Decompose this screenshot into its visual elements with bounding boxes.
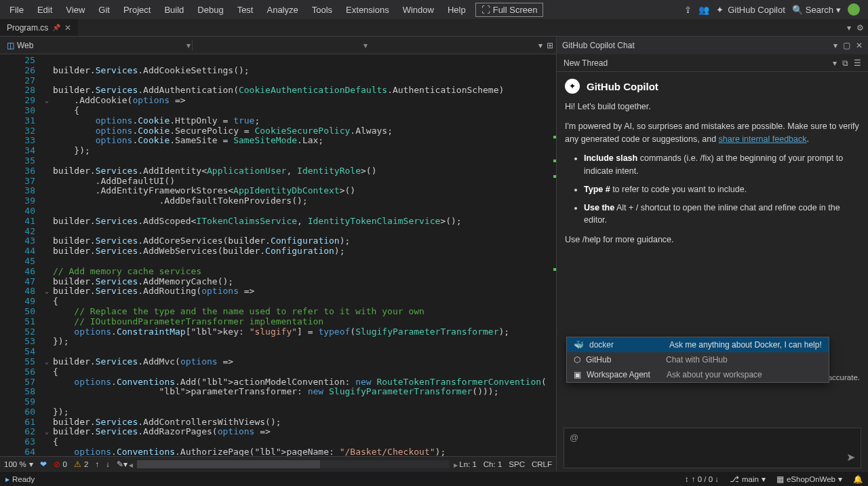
project-indicator[interactable]: ▦eShopOnWeb ▾ — [771, 474, 848, 484]
chevron-down-icon: ▾ — [838, 474, 842, 484]
agent-option-workspace-agent[interactable]: ▣Workspace AgentAsk about your workspace — [567, 367, 829, 382]
warning-count[interactable]: ⚠2 — [74, 460, 88, 469]
navigation-bar: ◫ Web ▾ ▾ ▾ ⊞ — [0, 37, 556, 54]
eol-indicator[interactable]: CRLF — [532, 460, 552, 468]
chevron-down-icon[interactable]: ▾ — [363, 41, 368, 50]
agent-picker-popover: 🐳dockerAsk me anything about Docker, I c… — [566, 337, 829, 383]
agent-option-docker[interactable]: 🐳dockerAsk me anything about Docker, I c… — [567, 337, 829, 352]
repo-icon: ▦ — [776, 474, 784, 484]
error-count[interactable]: ⊘0 — [54, 460, 67, 469]
maximize-icon[interactable]: ▢ — [843, 41, 850, 50]
copilot-tips: Include slash commands (i.e. /fix) at th… — [565, 152, 860, 227]
scope-dropdown[interactable]: ◫ Web — [3, 41, 37, 50]
copilot-indicator[interactable]: ✦ GitHub Copilot — [716, 5, 785, 15]
chevron-down-icon: ▾ — [836, 5, 841, 15]
window-pin-icon[interactable]: ▾ — [833, 41, 837, 50]
copilot-panel-title: GitHub Copilot Chat — [562, 41, 635, 50]
line-gutter: 2526272829⌄30313233343536373839404142434… — [0, 54, 53, 456]
menu-analyze[interactable]: Analyze — [260, 2, 304, 18]
sync-status[interactable]: ↕↑ 0 / 0 ↓ — [679, 475, 724, 483]
menu-build[interactable]: Build — [157, 2, 191, 18]
close-icon[interactable]: ✕ — [856, 41, 863, 50]
new-thread-label[interactable]: New Thread — [564, 58, 608, 68]
copilot-heading: GitHub Copilot — [587, 81, 658, 92]
notifications-icon[interactable]: 🔔 — [848, 474, 868, 484]
full-screen-label: Full Screen — [493, 5, 538, 15]
char-indicator[interactable]: Ch: 1 — [484, 460, 502, 468]
pin-icon[interactable]: 📌 — [52, 24, 60, 31]
copilot-tip: Include slash commands (i.e. /fix) at th… — [584, 152, 860, 178]
code-editor[interactable]: 2526272829⌄30313233343536373839404142434… — [0, 54, 556, 456]
chevron-down-icon: ▾ — [762, 474, 766, 484]
dropdown-icon[interactable]: ▾ — [847, 23, 851, 33]
zoom-level[interactable]: 100 % ▾ — [4, 460, 33, 469]
tab-program-cs[interactable]: Program.cs 📌 ✕ — [0, 19, 78, 36]
feedback-link[interactable]: share internal feedback — [719, 134, 807, 144]
avatar[interactable] — [848, 3, 860, 16]
copilot-icon: ✦ — [716, 5, 724, 15]
new-window-icon[interactable]: ⧉ — [842, 58, 848, 68]
menu-debug[interactable]: Debug — [191, 2, 230, 18]
fold-toggle[interactable]: ⌄ — [45, 286, 49, 297]
ready-icon: ▸ — [5, 474, 9, 484]
agent-option-github[interactable]: ⬡GitHubChat with GitHub — [567, 352, 829, 367]
brush-icon[interactable]: ✎▾ — [117, 460, 127, 469]
copilot-tip: Type # to refer to code you want to incl… — [584, 183, 860, 196]
close-icon[interactable]: ✕ — [64, 23, 71, 33]
menu-help[interactable]: Help — [441, 2, 473, 18]
next-issue[interactable]: ↓ — [106, 460, 110, 468]
menu-window[interactable]: Window — [396, 2, 441, 18]
menu-extensions[interactable]: Extensions — [339, 2, 396, 18]
fold-toggle[interactable]: ⌄ — [45, 96, 49, 106]
agent-icon: ▣ — [574, 370, 581, 379]
menu-view[interactable]: View — [59, 2, 92, 18]
sync-icon: ↕ — [685, 475, 689, 483]
status-bar: ▸Ready ↕↑ 0 / 0 ↓ ⎇main ▾ ▦eShopOnWeb ▾ … — [0, 471, 868, 486]
menu-project[interactable]: Project — [117, 2, 157, 18]
live-share-icon[interactable]: 👥 — [698, 5, 709, 15]
copilot-label: GitHub Copilot — [728, 5, 785, 15]
gear-icon[interactable]: ⚙ — [856, 23, 864, 33]
chevron-down-icon[interactable]: ▾ — [186, 41, 191, 50]
code-area[interactable]: builder.Services.AddCookieSettings();bui… — [53, 54, 548, 456]
line-indicator[interactable]: Ln: 1 — [459, 460, 477, 468]
copilot-intro: I'm powered by AI, so surprises and mist… — [565, 120, 860, 146]
chevron-down-icon[interactable]: ▾ — [538, 41, 542, 50]
copilot-thread-bar: New Thread ▾ ⧉ ☰ — [557, 54, 868, 72]
copilot-logo-icon: ✦ — [565, 79, 580, 94]
search-launcher[interactable]: 🔍 Search ▾ — [792, 5, 841, 15]
branch-indicator[interactable]: ⎇main ▾ — [724, 474, 771, 484]
menu-git[interactable]: Git — [92, 2, 117, 18]
status-ready: ▸Ready — [0, 474, 40, 484]
list-icon[interactable]: ☰ — [854, 58, 861, 68]
copilot-body: ✦ GitHub Copilot Hi! Let's build togethe… — [557, 72, 868, 422]
split-icon[interactable]: ⊞ — [547, 41, 553, 50]
menu-test[interactable]: Test — [231, 2, 260, 18]
search-label: Search — [806, 5, 833, 15]
chevron-down-icon[interactable]: ▾ — [833, 58, 837, 68]
menu-edit[interactable]: Edit — [31, 2, 59, 18]
chat-input-text: @ — [570, 432, 578, 443]
agent-icon: 🐳 — [574, 340, 584, 350]
agent-icon: ⬡ — [574, 355, 580, 364]
spaces-indicator[interactable]: SPC — [509, 460, 525, 468]
scope-label: Web — [17, 41, 33, 50]
copilot-chat-input[interactable]: @ ➤ — [564, 428, 861, 468]
full-screen-button[interactable]: ⛶ Full Screen — [475, 3, 544, 17]
horizontal-scrollbar[interactable]: ◂▸ — [137, 460, 450, 468]
menu-file[interactable]: File — [3, 2, 31, 18]
health-icon[interactable]: ❤ — [40, 460, 47, 469]
fold-toggle[interactable]: ⌄ — [45, 357, 49, 367]
fold-toggle[interactable]: ⌄ — [45, 427, 49, 437]
scrollbar-thumb[interactable] — [137, 460, 320, 468]
scroll-left[interactable]: ◂ — [129, 460, 133, 470]
minimap[interactable] — [548, 54, 556, 456]
prev-issue[interactable]: ↑ — [95, 460, 99, 468]
chevron-down-icon: ▾ — [29, 460, 33, 469]
scroll-right[interactable]: ▸ — [454, 460, 458, 470]
branch-icon: ⎇ — [730, 474, 739, 484]
share-icon[interactable]: ⇪ — [684, 5, 692, 15]
menu-tools[interactable]: Tools — [305, 2, 339, 18]
send-icon[interactable]: ➤ — [846, 451, 855, 464]
editor-pane: ◫ Web ▾ ▾ ▾ ⊞ 2526272829⌄303132333435363… — [0, 37, 556, 471]
